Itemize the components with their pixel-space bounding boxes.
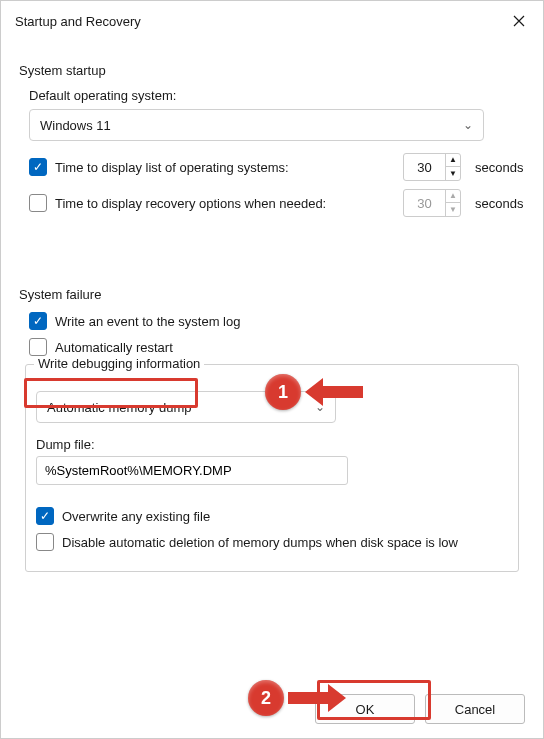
debug-type-select[interactable]: Automatic memory dump ⌄ xyxy=(36,391,336,423)
display-recovery-checkbox[interactable] xyxy=(29,194,47,212)
default-os-label: Default operating system: xyxy=(29,88,525,103)
ok-button[interactable]: OK xyxy=(315,694,415,724)
debug-info-group-title: Write debugging information xyxy=(34,356,204,371)
display-list-seconds-spinner[interactable]: 30 ▲ ▼ xyxy=(403,153,461,181)
auto-restart-checkbox[interactable] xyxy=(29,338,47,356)
seconds-label: seconds xyxy=(475,160,523,175)
window-title: Startup and Recovery xyxy=(15,14,141,29)
overwrite-checkbox[interactable]: ✓ xyxy=(36,507,54,525)
auto-restart-label: Automatically restart xyxy=(55,340,173,355)
disable-delete-checkbox[interactable] xyxy=(36,533,54,551)
system-startup-label: System startup xyxy=(19,63,525,78)
display-recovery-seconds-value: 30 xyxy=(404,196,445,211)
spinner-up-button[interactable]: ▲ xyxy=(446,154,460,167)
dump-file-label: Dump file: xyxy=(36,437,508,452)
chevron-down-icon: ⌄ xyxy=(315,400,325,414)
spinner-down-button[interactable]: ▼ xyxy=(446,167,460,180)
debug-info-group: Write debugging information Automatic me… xyxy=(25,364,519,572)
chevron-down-icon: ⌄ xyxy=(463,118,473,132)
titlebar: Startup and Recovery xyxy=(1,1,543,41)
close-icon xyxy=(513,15,525,27)
overwrite-label: Overwrite any existing file xyxy=(62,509,210,524)
display-list-seconds-value: 30 xyxy=(404,160,445,175)
dump-file-input[interactable] xyxy=(36,456,348,485)
write-event-checkbox[interactable]: ✓ xyxy=(29,312,47,330)
startup-recovery-dialog: Startup and Recovery System startup Defa… xyxy=(0,0,544,739)
default-os-select[interactable]: Windows 11 ⌄ xyxy=(29,109,484,141)
default-os-value: Windows 11 xyxy=(40,118,111,133)
display-list-checkbox[interactable]: ✓ xyxy=(29,158,47,176)
checkmark-icon: ✓ xyxy=(33,161,43,173)
system-failure-label: System failure xyxy=(19,287,525,302)
seconds-label: seconds xyxy=(475,196,523,211)
dialog-buttons: OK Cancel xyxy=(1,680,543,738)
display-recovery-label: Time to display recovery options when ne… xyxy=(55,196,395,211)
write-event-label: Write an event to the system log xyxy=(55,314,240,329)
checkmark-icon: ✓ xyxy=(40,510,50,522)
display-recovery-seconds-spinner: 30 ▲ ▼ xyxy=(403,189,461,217)
spinner-down-button: ▼ xyxy=(446,203,460,216)
cancel-button[interactable]: Cancel xyxy=(425,694,525,724)
close-button[interactable] xyxy=(509,11,529,31)
checkmark-icon: ✓ xyxy=(33,315,43,327)
debug-type-value: Automatic memory dump xyxy=(47,400,192,415)
spinner-up-button: ▲ xyxy=(446,190,460,203)
disable-delete-label: Disable automatic deletion of memory dum… xyxy=(62,535,458,550)
display-list-label: Time to display list of operating system… xyxy=(55,160,395,175)
